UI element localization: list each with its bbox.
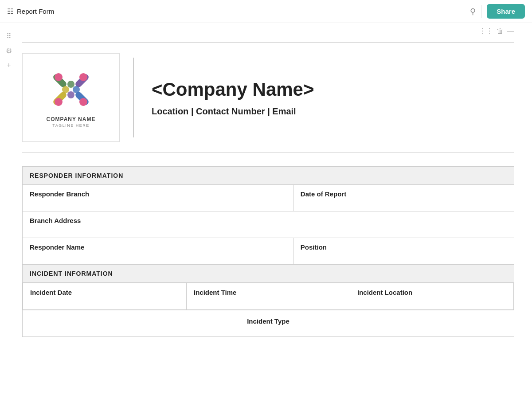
top-icons-row: ⋮⋮ 🗑 — (22, 23, 514, 37)
incident-date-label: Incident Date (30, 289, 72, 296)
responder-branch-cell: Responder Branch (23, 185, 293, 211)
company-main-name: <Company Name> (152, 79, 514, 100)
responder-name-row: Responder Name Position (23, 238, 514, 265)
incident-time-label: Incident Time (194, 289, 236, 296)
logo-tagline: TAGLINE HERE (52, 123, 89, 128)
responder-name-label: Responder Name (30, 243, 84, 251)
svg-point-6 (55, 98, 63, 106)
left-tools: ⠿ ⚙ + (0, 23, 18, 355)
incident-time-cell: Incident Time (187, 283, 350, 310)
content-area: ⠿ ⚙ + ⋮⋮ 🗑 — (0, 23, 532, 355)
svg-point-7 (79, 98, 87, 106)
incident-date-cell: Incident Date (23, 283, 187, 310)
incident-location-cell: Incident Location (350, 283, 514, 310)
svg-point-9 (67, 91, 74, 98)
header-divider (133, 58, 134, 137)
topbar-title: Report Form (17, 8, 54, 15)
incident-type-cell: Incident Type (23, 310, 514, 337)
incident-location-label: Incident Location (357, 289, 412, 296)
svg-point-4 (55, 73, 63, 81)
responder-section-header-row: RESPONDER INFORMATION (23, 167, 514, 185)
topbar-right: ⚲ Share (470, 4, 525, 19)
grid-icon[interactable]: ⋮⋮ (479, 27, 493, 35)
date-of-report-cell: Date of Report (293, 185, 514, 211)
bottom-separator (22, 153, 514, 153)
svg-point-5 (79, 73, 87, 81)
branch-address-cell: Branch Address (23, 211, 514, 238)
incident-inner-row: Incident Date Incident Time Incident Loc… (23, 283, 514, 310)
incident-date-row: Incident Date Incident Time Incident Loc… (23, 283, 514, 310)
more-icon[interactable]: — (507, 27, 514, 35)
form-table: RESPONDER INFORMATION Responder Branch D… (22, 166, 514, 337)
responder-branch-label: Responder Branch (30, 190, 89, 198)
svg-point-8 (67, 81, 74, 88)
topbar-divider (481, 5, 481, 18)
responder-name-cell: Responder Name (23, 238, 293, 265)
share-button[interactable]: Share (487, 4, 525, 19)
delete-icon[interactable]: 🗑 (497, 27, 504, 35)
company-info: <Company Name> Location | Contact Number… (147, 53, 514, 142)
incident-type-label: Incident Type (247, 317, 289, 325)
svg-point-10 (62, 86, 69, 93)
incident-type-row: Incident Type (23, 310, 514, 337)
logo-box: COMPANY NAME TAGLINE HERE (22, 53, 120, 142)
svg-point-11 (73, 86, 80, 93)
logo-svg (49, 67, 93, 112)
logo-company-name: COMPANY NAME (47, 116, 96, 122)
incident-inner-table: Incident Date Incident Time Incident Loc… (23, 283, 514, 310)
responder-branch-row: Responder Branch Date of Report (23, 185, 514, 211)
company-details: Location | Contact Number | Email (152, 106, 514, 117)
position-label: Position (301, 243, 327, 251)
header-section: COMPANY NAME TAGLINE HERE <Company Name>… (22, 43, 514, 149)
drag-handle-icon[interactable]: ⠿ (6, 32, 12, 40)
incident-section-header: INCIDENT INFORMATION (23, 265, 514, 283)
topbar-left: ☷ Report Form (7, 7, 54, 16)
incident-section-header-row: INCIDENT INFORMATION (23, 265, 514, 283)
document: ⋮⋮ 🗑 — (18, 23, 532, 355)
settings-icon[interactable]: ⚙ (6, 47, 12, 55)
responder-section-header: RESPONDER INFORMATION (23, 167, 514, 185)
date-of-report-label: Date of Report (301, 190, 346, 198)
document-icon: ☷ (7, 7, 13, 16)
position-cell: Position (293, 238, 514, 265)
tag-icon[interactable]: ⚲ (470, 7, 476, 16)
branch-address-row: Branch Address (23, 211, 514, 238)
topbar: ☷ Report Form ⚲ Share (0, 0, 532, 23)
add-icon[interactable]: + (7, 61, 11, 69)
incident-three-col-cell: Incident Date Incident Time Incident Loc… (23, 283, 514, 310)
branch-address-label: Branch Address (30, 217, 81, 224)
